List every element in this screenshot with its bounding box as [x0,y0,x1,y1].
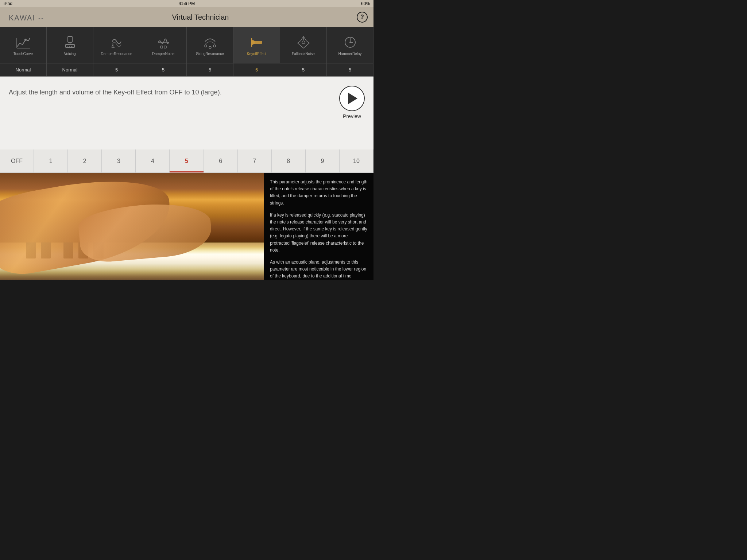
time-label: 4:56 PM [179,1,195,6]
nav-tab-keyoff-effect[interactable]: KeyoffEffect [233,27,280,63]
logo-text: KAWAI-- [6,12,44,23]
logo-area: KAWAI-- [6,12,44,23]
svg-point-24 [302,41,305,44]
desc-p1: This parameter adjusts the prominence an… [270,179,368,207]
preview-button[interactable]: Preview [339,86,365,119]
keyoff-effect-icon [249,34,265,50]
svg-rect-3 [68,36,72,42]
touch-curve-icon [15,34,31,50]
fallback-noise-label: FallbackNoise [292,52,315,56]
touch-curve-label: TouchCurve [13,52,33,56]
svg-point-18 [213,45,216,47]
string-resonance-label: StringResonance [196,52,224,56]
sub-tab-fallback-noise[interactable]: 5 [280,63,327,76]
damper-resonance-label: DamperResonance [101,52,132,56]
svg-rect-15 [164,46,166,48]
piano-section: This parameter adjusts the prominence an… [0,173,374,280]
sub-tab-voicing[interactable]: Normal [47,63,93,76]
header-title: Virtual Technician [172,13,229,22]
svg-point-16 [205,45,207,47]
description-text: Adjust the length and volume of the Key-… [9,84,332,97]
hammer-delay-icon [342,34,358,50]
string-resonance-icon [202,34,218,50]
voicing-icon [62,34,78,50]
scale-item-1[interactable]: 1 [34,149,68,172]
battery-label: 60% [361,1,370,6]
damper-noise-label: DamperNoise [152,52,174,56]
svg-point-0 [24,39,27,41]
nav-tab-voicing[interactable]: Voicing [47,27,93,63]
status-bar: iPad 4:56 PM 60% [0,0,374,7]
sub-tab-touch-curve[interactable]: Normal [0,63,47,76]
nav-tab-string-resonance[interactable]: StringResonance [187,27,233,63]
desc-p2: If a key is released quickly (e.g. stacc… [270,212,368,254]
damper-resonance-icon [109,34,125,50]
scale-item-10[interactable]: 10 [340,149,374,172]
play-icon [348,93,357,104]
scale-item-4[interactable]: 4 [136,149,170,172]
svg-rect-14 [160,46,163,48]
nav-tab-damper-noise[interactable]: DamperNoise [140,27,187,63]
app-header: KAWAI-- Virtual Technician ? [0,7,374,27]
svg-point-28 [349,42,351,43]
scale-item-7[interactable]: 7 [238,149,272,172]
scale-selector: OFF12345678910 [0,149,374,173]
scale-item-OFF[interactable]: OFF [0,149,34,172]
play-circle [339,86,365,111]
voicing-label: Voicing [64,52,76,56]
nav-tab-damper-resonance[interactable]: DamperResonance [93,27,140,63]
scale-item-6[interactable]: 6 [204,149,238,172]
hammer-delay-label: HammerDelay [338,52,362,56]
help-button[interactable]: ? [357,12,368,23]
damper-noise-icon [155,34,171,50]
nav-tab-fallback-noise[interactable]: FallbackNoise [280,27,327,63]
scale-item-5[interactable]: 5 [170,149,204,172]
preview-label: Preview [343,113,361,119]
keyoff-effect-label: KeyoffEffect [247,52,267,56]
nav-tab-touch-curve[interactable]: TouchCurve [0,27,47,63]
scale-item-8[interactable]: 8 [272,149,306,172]
sub-tab-string-resonance[interactable]: 5 [187,63,233,76]
main-content: Adjust the length and volume of the Key-… [0,77,374,149]
device-label: iPad [4,1,12,6]
svg-point-17 [209,46,211,48]
scale-item-3[interactable]: 3 [102,149,136,172]
sub-tab-hammer-delay[interactable]: 5 [327,63,374,76]
fallback-noise-icon [295,34,311,50]
sub-tab-damper-noise[interactable]: 5 [140,63,187,76]
sub-tab-damper-resonance[interactable]: 5 [93,63,140,76]
scale-item-2[interactable]: 2 [68,149,102,172]
nav-tab-hammer-delay[interactable]: HammerDelay [327,27,374,63]
sub-tab-keyoff-effect[interactable]: 5 [233,63,280,76]
sub-tabs: NormalNormal555555 [0,63,374,77]
desc-panel: This parameter adjusts the prominence an… [264,173,374,280]
desc-p3: As with an acoustic piano, adjustments t… [270,259,368,280]
scale-item-9[interactable]: 9 [306,149,340,172]
piano-image [0,173,264,280]
nav-tabs: TouchCurve Voicing DamperResonance Dampe… [0,27,374,63]
